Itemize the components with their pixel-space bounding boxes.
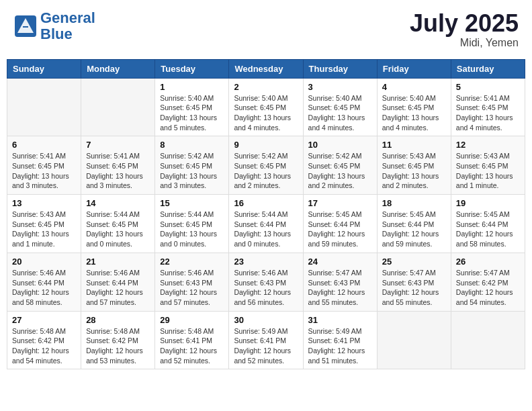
calendar-cell: 16Sunrise: 5:44 AMSunset: 6:44 PMDayligh… <box>229 195 303 253</box>
calendar-cell: 20Sunrise: 5:46 AMSunset: 6:44 PMDayligh… <box>7 253 81 311</box>
day-info: Sunrise: 5:44 AMSunset: 6:45 PMDaylight:… <box>86 210 150 249</box>
day-number: 2 <box>234 82 298 92</box>
day-number: 10 <box>308 140 372 150</box>
week-row-3: 13Sunrise: 5:43 AMSunset: 6:45 PMDayligh… <box>7 195 525 253</box>
day-info: Sunrise: 5:40 AMSunset: 6:45 PMDaylight:… <box>308 93 372 133</box>
calendar-cell: 22Sunrise: 5:46 AMSunset: 6:43 PMDayligh… <box>155 253 229 311</box>
calendar-cell <box>81 78 155 136</box>
calendar-cell: 13Sunrise: 5:43 AMSunset: 6:45 PMDayligh… <box>7 195 81 253</box>
day-number: 25 <box>382 257 446 267</box>
logo-text: GeneralBlue <box>40 10 95 42</box>
day-info: Sunrise: 5:45 AMSunset: 6:44 PMDaylight:… <box>456 210 520 249</box>
day-number: 1 <box>160 82 224 92</box>
calendar-cell: 23Sunrise: 5:46 AMSunset: 6:43 PMDayligh… <box>229 253 303 311</box>
weekday-wednesday: Wednesday <box>229 59 303 78</box>
day-number: 24 <box>308 257 372 267</box>
day-info: Sunrise: 5:41 AMSunset: 6:45 PMDaylight:… <box>456 93 520 133</box>
calendar-cell: 15Sunrise: 5:44 AMSunset: 6:45 PMDayligh… <box>155 195 229 253</box>
week-row-1: 1Sunrise: 5:40 AMSunset: 6:45 PMDaylight… <box>7 78 525 136</box>
day-info: Sunrise: 5:40 AMSunset: 6:45 PMDaylight:… <box>382 93 446 133</box>
week-row-2: 6Sunrise: 5:41 AMSunset: 6:45 PMDaylight… <box>7 136 525 195</box>
day-info: Sunrise: 5:47 AMSunset: 6:43 PMDaylight:… <box>382 268 446 308</box>
calendar-cell: 27Sunrise: 5:48 AMSunset: 6:42 PMDayligh… <box>7 311 81 369</box>
month-title: July 2025 <box>410 10 519 37</box>
day-info: Sunrise: 5:46 AMSunset: 6:44 PMDaylight:… <box>86 268 150 308</box>
calendar-cell: 31Sunrise: 5:49 AMSunset: 6:41 PMDayligh… <box>303 311 377 369</box>
day-number: 19 <box>456 198 520 208</box>
week-row-4: 20Sunrise: 5:46 AMSunset: 6:44 PMDayligh… <box>7 253 525 311</box>
day-number: 29 <box>160 315 224 325</box>
calendar-cell: 4Sunrise: 5:40 AMSunset: 6:45 PMDaylight… <box>377 78 451 136</box>
calendar-cell: 19Sunrise: 5:45 AMSunset: 6:44 PMDayligh… <box>451 195 525 253</box>
calendar-cell: 5Sunrise: 5:41 AMSunset: 6:45 PMDaylight… <box>451 78 525 136</box>
day-number: 3 <box>308 82 372 92</box>
weekday-thursday: Thursday <box>303 59 377 78</box>
day-info: Sunrise: 5:43 AMSunset: 6:45 PMDaylight:… <box>456 151 520 191</box>
day-info: Sunrise: 5:42 AMSunset: 6:45 PMDaylight:… <box>160 151 224 191</box>
day-info: Sunrise: 5:43 AMSunset: 6:45 PMDaylight:… <box>12 210 76 249</box>
calendar-cell: 10Sunrise: 5:42 AMSunset: 6:45 PMDayligh… <box>303 136 377 195</box>
calendar-cell: 11Sunrise: 5:43 AMSunset: 6:45 PMDayligh… <box>377 136 451 195</box>
day-info: Sunrise: 5:42 AMSunset: 6:45 PMDaylight:… <box>234 151 298 191</box>
day-number: 4 <box>382 82 446 92</box>
day-number: 21 <box>86 257 150 267</box>
day-number: 26 <box>456 257 520 267</box>
calendar-cell: 24Sunrise: 5:47 AMSunset: 6:43 PMDayligh… <box>303 253 377 311</box>
day-info: Sunrise: 5:44 AMSunset: 6:44 PMDaylight:… <box>234 210 298 249</box>
location: Midi, Yemen <box>410 37 519 49</box>
calendar-cell: 14Sunrise: 5:44 AMSunset: 6:45 PMDayligh… <box>81 195 155 253</box>
day-info: Sunrise: 5:49 AMSunset: 6:41 PMDaylight:… <box>308 326 372 366</box>
calendar-cell: 17Sunrise: 5:45 AMSunset: 6:44 PMDayligh… <box>303 195 377 253</box>
weekday-sunday: Sunday <box>7 59 81 78</box>
calendar-cell: 3Sunrise: 5:40 AMSunset: 6:45 PMDaylight… <box>303 78 377 136</box>
weekday-saturday: Saturday <box>451 59 525 78</box>
day-info: Sunrise: 5:46 AMSunset: 6:43 PMDaylight:… <box>160 268 224 308</box>
calendar-cell: 29Sunrise: 5:48 AMSunset: 6:41 PMDayligh… <box>155 311 229 369</box>
day-info: Sunrise: 5:48 AMSunset: 6:42 PMDaylight:… <box>86 326 150 366</box>
calendar-cell <box>451 311 525 369</box>
calendar-cell: 28Sunrise: 5:48 AMSunset: 6:42 PMDayligh… <box>81 311 155 369</box>
calendar-cell: 1Sunrise: 5:40 AMSunset: 6:45 PMDaylight… <box>155 78 229 136</box>
calendar-cell: 7Sunrise: 5:41 AMSunset: 6:45 PMDaylight… <box>81 136 155 195</box>
day-number: 15 <box>160 198 224 208</box>
day-number: 12 <box>456 140 520 150</box>
day-info: Sunrise: 5:45 AMSunset: 6:44 PMDaylight:… <box>382 210 446 249</box>
day-number: 13 <box>12 198 76 208</box>
weekday-header-row: SundayMondayTuesdayWednesdayThursdayFrid… <box>7 59 525 78</box>
day-info: Sunrise: 5:40 AMSunset: 6:45 PMDaylight:… <box>160 93 224 133</box>
day-number: 11 <box>382 140 446 150</box>
day-number: 6 <box>12 140 76 150</box>
weekday-tuesday: Tuesday <box>155 59 229 78</box>
day-info: Sunrise: 5:41 AMSunset: 6:45 PMDaylight:… <box>12 151 76 191</box>
day-info: Sunrise: 5:40 AMSunset: 6:45 PMDaylight:… <box>234 93 298 133</box>
calendar-cell: 12Sunrise: 5:43 AMSunset: 6:45 PMDayligh… <box>451 136 525 195</box>
day-info: Sunrise: 5:47 AMSunset: 6:42 PMDaylight:… <box>456 268 520 308</box>
day-info: Sunrise: 5:49 AMSunset: 6:41 PMDaylight:… <box>234 326 298 366</box>
day-number: 23 <box>234 257 298 267</box>
calendar-cell: 6Sunrise: 5:41 AMSunset: 6:45 PMDaylight… <box>7 136 81 195</box>
calendar-cell <box>7 78 81 136</box>
day-info: Sunrise: 5:48 AMSunset: 6:41 PMDaylight:… <box>160 326 224 366</box>
calendar-cell <box>377 311 451 369</box>
svg-rect-2 <box>23 26 28 28</box>
calendar-cell: 18Sunrise: 5:45 AMSunset: 6:44 PMDayligh… <box>377 195 451 253</box>
day-number: 31 <box>308 315 372 325</box>
title-block: July 2025 Midi, Yemen <box>410 10 519 49</box>
day-info: Sunrise: 5:43 AMSunset: 6:45 PMDaylight:… <box>382 151 446 191</box>
weekday-monday: Monday <box>81 59 155 78</box>
calendar-cell: 30Sunrise: 5:49 AMSunset: 6:41 PMDayligh… <box>229 311 303 369</box>
calendar-cell: 21Sunrise: 5:46 AMSunset: 6:44 PMDayligh… <box>81 253 155 311</box>
calendar-cell: 2Sunrise: 5:40 AMSunset: 6:45 PMDaylight… <box>229 78 303 136</box>
day-number: 8 <box>160 140 224 150</box>
day-info: Sunrise: 5:41 AMSunset: 6:45 PMDaylight:… <box>86 151 150 191</box>
logo-icon <box>13 14 38 38</box>
weekday-friday: Friday <box>377 59 451 78</box>
week-row-5: 27Sunrise: 5:48 AMSunset: 6:42 PMDayligh… <box>7 311 525 369</box>
day-number: 28 <box>86 315 150 325</box>
calendar-body: 1Sunrise: 5:40 AMSunset: 6:45 PMDaylight… <box>7 78 525 369</box>
day-number: 7 <box>86 140 150 150</box>
day-info: Sunrise: 5:48 AMSunset: 6:42 PMDaylight:… <box>12 326 76 366</box>
day-info: Sunrise: 5:47 AMSunset: 6:43 PMDaylight:… <box>308 268 372 308</box>
day-number: 18 <box>382 198 446 208</box>
day-number: 16 <box>234 198 298 208</box>
